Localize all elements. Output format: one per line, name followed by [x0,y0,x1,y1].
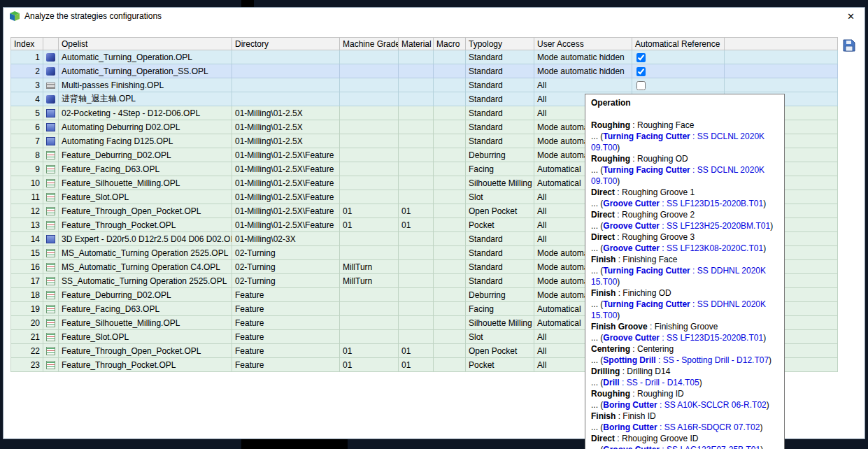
cell-directory: 01-Milling\01-2.5X\Feature [232,148,340,162]
cell-machine-grade [340,148,399,162]
column-header-automatical-reference[interactable]: Automatical Reference [632,38,725,50]
column-header-opelist[interactable]: Opelist [59,38,232,50]
cell-opelist: MS_Automatic_Turning Operation 2525.OPL [59,246,232,260]
cell-machine-grade [340,176,399,190]
cell-icon [43,64,59,78]
doc-strategy-icon [46,361,55,369]
cell-material [399,288,434,302]
cell-typology: Standard [466,64,534,78]
tooltip-tool-value: : SS - Drill - D14.T05 [620,378,699,387]
tooltip-operation-label: Drilling [591,366,620,376]
cell-material [399,120,434,134]
cell-directory: Feature [232,302,340,316]
doc-strategy-icon [46,207,55,215]
turning-strategy-icon [46,67,55,76]
cell-icon [43,246,59,260]
tooltip-operation-label: Centering [591,344,630,354]
tooltip-tool-value: : SS LF123K08-2020C.T01 [660,243,763,253]
column-header-icon [43,38,59,50]
tooltip-tool-line: ... (Spotting Drill : SS - Spotting Dril… [591,355,778,366]
tooltip-operation-line: Roughing : Roughing Face [591,120,778,131]
cell-macro [434,64,466,78]
table-row[interactable]: 2Automatic_Turning_Operation_SS.OPLStand… [11,64,838,78]
cell-typology: Facing [466,162,534,176]
cell-material [399,316,434,330]
tooltip-operation-line: Direct : Roughing Groove 2 [591,209,778,220]
cell-directory: Feature [232,288,340,302]
cell-typology: Pocket [466,218,534,232]
tooltip-tool-value: : SS LAG123E07-25B.T01 [660,445,760,449]
tooltip-operation-label: Direct [591,187,615,197]
table-header-row: IndexOpelistDirectoryMachine GradeMateri… [11,38,838,50]
cell-macro [434,50,466,64]
automatical-reference-checkbox[interactable] [636,81,646,90]
automatical-reference-checkbox[interactable] [636,53,646,62]
table-row[interactable]: 1Automatic_Turning_Operation.OPLStandard… [11,50,838,64]
save-button[interactable] [841,37,858,54]
cell-macro [434,190,466,204]
tooltip-tool-label: Groove Cutter [603,333,660,343]
cell-machine-grade: 01 [340,218,399,232]
cell-index: 14 [11,232,43,246]
cell-typology: Open Pocket [466,344,534,358]
cell-material [399,148,434,162]
cell-machine-grade [340,246,399,260]
tooltip-operation-line: Direct : Roughing Groove 3 [591,231,778,243]
cell-index: 18 [11,288,43,302]
close-button[interactable]: ✕ [843,10,859,23]
cell-index: 1 [11,50,43,64]
tooltip-operation-label: Finish [591,288,616,298]
doc-strategy-icon [46,305,55,313]
cell-material: 01 [399,358,434,372]
cell-index: 16 [11,260,43,274]
table-row[interactable]: 3Multi-passes Finishing.OPLStandardAll [11,78,838,92]
column-header-material[interactable]: Material [399,38,434,50]
column-header-machine-grade[interactable]: Machine Grade [340,38,399,50]
cell-opelist: Automating Facing D125.OPL [59,134,232,148]
tooltip-operation-line: Finish : Finiching OD [591,287,778,299]
doc-strategy-icon [46,277,55,285]
tooltip-tool-label: Groove Cutter [603,221,660,231]
tooltip-operation-line: Direct : Rhouging Groove ID [591,433,778,444]
cell-icon [43,162,59,176]
tooltip-tool-label: Groove Cutter [603,243,660,253]
tooltip-tool-label: Boring Cutter [603,400,657,410]
cell-index: 8 [11,148,43,162]
cell-typology: Silhouette Milling [466,176,534,190]
cell-index: 19 [11,302,43,316]
tooltip-tool-line: ... (Boring Cutter : SS A16R-SDQCR 07.T0… [591,422,778,433]
cell-material [399,232,434,246]
cell-material [399,190,434,204]
doc-strategy-icon [46,333,55,341]
cell-filler [725,78,838,92]
column-header-index[interactable]: Index [11,38,43,50]
cell-typology: Standard [466,246,534,260]
cell-material [399,176,434,190]
cell-index: 23 [11,358,43,372]
column-header-user-access[interactable]: User Access [534,38,632,50]
cell-icon [43,134,59,148]
tooltip-operation-line: Roughing : Roughing OD [591,153,778,164]
column-header-macro[interactable]: Macro [434,38,466,50]
cell-index: 17 [11,274,43,288]
column-header-typology[interactable]: Typology [466,38,534,50]
doc-strategy-icon [46,249,55,257]
cell-opelist: Automating Deburring D02.OPL [59,120,232,134]
cell-directory: 01-Milling\01-2.5X\Feature [232,190,340,204]
cell-automatical-reference [632,50,725,64]
tooltip-tool-line: ... (Turning Facing Cutter : SS DCLNL 20… [591,164,778,187]
tooltip-tool-line: ... (Drill : SS - Drill - D14.T05) [591,377,778,388]
cell-opelist: 进背轴_退主轴.OPL [59,92,232,106]
doc-strategy-icon [46,179,55,187]
cell-icon [43,344,59,358]
cell-directory: 01-Milling\01-2.5X [232,134,340,148]
title-bar: Analyze the strategies configurations ✕ [3,8,865,24]
automatical-reference-checkbox[interactable] [636,67,646,76]
cell-directory [232,50,340,64]
column-header-directory[interactable]: Directory [232,38,340,50]
tooltip-title: Operation [591,97,778,108]
tooltip-operation-label: Finish Groove [591,322,648,332]
tooltip-operation-label: Roughing [591,154,630,164]
tooltip-operation-line: Finish : Finishing Face [591,254,778,265]
cell-machine-grade: 01 [340,358,399,372]
